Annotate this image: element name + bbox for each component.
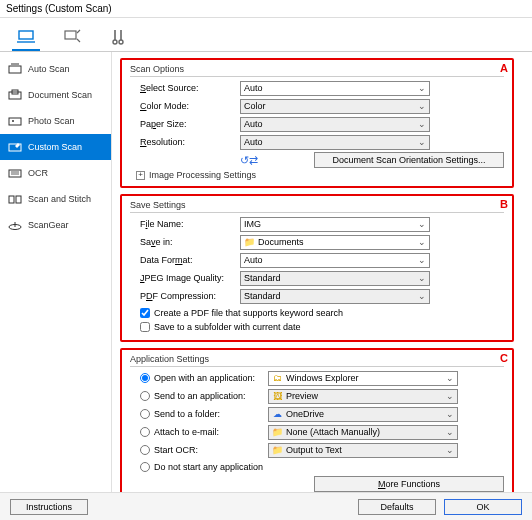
svg-rect-0: [19, 31, 33, 39]
plus-icon: +: [136, 171, 145, 180]
bottom-bar: Instructions Defaults OK: [0, 492, 532, 520]
chevron-down-icon: ⌄: [416, 254, 428, 267]
attach-email-radio[interactable]: Attach to e-mail:: [140, 425, 268, 439]
document-scan-icon: [8, 88, 22, 102]
custom-scan-icon: [8, 140, 22, 154]
send-to-app-radio[interactable]: Send to an application:: [140, 389, 268, 403]
paper-size-label: Paper Size:: [130, 119, 240, 129]
open-with-app-combo[interactable]: 🗂Windows Explorer⌄: [268, 371, 458, 386]
color-mode-label: Color Mode:: [130, 101, 240, 111]
keyword-pdf-input[interactable]: [140, 308, 150, 318]
keyword-pdf-checkbox[interactable]: Create a PDF file that supports keyword …: [140, 306, 504, 320]
send-to-folder-combo[interactable]: ☁OneDrive⌄: [268, 407, 458, 422]
window-title: Settings (Custom Scan): [6, 3, 112, 14]
more-functions-button[interactable]: More Functions: [314, 476, 504, 492]
sidebar-item-auto-scan[interactable]: Auto Scan: [0, 56, 111, 82]
folder-icon: 📁: [272, 427, 282, 437]
sidebar-item-label: Scan and Stitch: [28, 194, 91, 204]
chevron-down-icon: ⌄: [416, 218, 428, 231]
application-settings-title: Application Settings: [130, 354, 504, 367]
chevron-down-icon: ⌄: [444, 426, 456, 439]
color-mode-combo[interactable]: Color⌄: [240, 99, 430, 114]
sidebar-item-custom-scan[interactable]: Custom Scan: [0, 134, 111, 160]
sidebar-item-scangear[interactable]: ScanGear: [0, 212, 111, 238]
subfolder-checkbox[interactable]: Save to a subfolder with current date: [140, 320, 504, 334]
chevron-down-icon: ⌄: [416, 290, 428, 303]
start-ocr-radio[interactable]: Start OCR:: [140, 443, 268, 457]
sidebar-item-label: OCR: [28, 168, 48, 178]
attach-email-combo[interactable]: 📁None (Attach Manually)⌄: [268, 425, 458, 440]
svg-rect-11: [9, 196, 14, 203]
folder-icon: 📁: [244, 237, 254, 247]
tab-scan-from-panel[interactable]: [58, 25, 86, 51]
orientation-settings-button[interactable]: Document Scan Orientation Settings...: [314, 152, 504, 168]
sidebar-item-label: Document Scan: [28, 90, 92, 100]
instructions-button[interactable]: Instructions: [10, 499, 88, 515]
svg-rect-12: [16, 196, 21, 203]
svg-rect-7: [9, 118, 21, 125]
auto-scan-icon: [8, 62, 22, 76]
svg-rect-1: [65, 31, 76, 39]
tab-scan-from-computer[interactable]: [12, 25, 40, 51]
stitch-icon: [8, 192, 22, 206]
section-tag-a: A: [500, 62, 508, 74]
save-in-combo[interactable]: 📁Documents⌄: [240, 235, 430, 250]
svg-point-2: [113, 40, 117, 44]
section-save-settings: B Save Settings File Name: IMG⌄ Save in:…: [120, 194, 514, 342]
ocr-icon: [8, 166, 22, 180]
chevron-down-icon: ⌄: [416, 118, 428, 131]
sidebar-item-document-scan[interactable]: Document Scan: [0, 82, 111, 108]
chevron-down-icon: ⌄: [416, 82, 428, 95]
pdf-compression-combo[interactable]: Standard⌄: [240, 289, 430, 304]
svg-rect-5: [9, 92, 21, 99]
sidebar-item-label: Photo Scan: [28, 116, 75, 126]
select-source-label: Select Source:: [130, 83, 240, 93]
sidebar-item-photo-scan[interactable]: Photo Scan: [0, 108, 111, 134]
image-processing-expander[interactable]: + Image Processing Settings: [136, 170, 504, 180]
select-source-combo[interactable]: Auto⌄: [240, 81, 430, 96]
chevron-down-icon: ⌄: [416, 100, 428, 113]
sidebar-item-label: ScanGear: [28, 220, 69, 230]
preview-icon: 🖼: [272, 391, 282, 401]
do-not-start-radio[interactable]: Do not start any application: [140, 460, 504, 474]
chevron-down-icon: ⌄: [444, 372, 456, 385]
sidebar: Auto Scan Document Scan Photo Scan Custo…: [0, 52, 112, 492]
resolution-combo[interactable]: Auto⌄: [240, 135, 430, 150]
section-tag-b: B: [500, 198, 508, 210]
paper-size-combo[interactable]: Auto⌄: [240, 117, 430, 132]
refresh-icon[interactable]: ↺⇄: [240, 154, 258, 167]
chevron-down-icon: ⌄: [416, 236, 428, 249]
window-titlebar: Settings (Custom Scan): [0, 0, 532, 18]
svg-rect-4: [9, 66, 21, 73]
section-tag-c: C: [500, 352, 508, 364]
send-to-folder-radio[interactable]: Send to a folder:: [140, 407, 268, 421]
data-format-label: Data Format:: [130, 255, 240, 265]
open-with-app-radio[interactable]: Open with an application:: [140, 371, 268, 385]
jpeg-quality-label: JPEG Image Quality:: [130, 273, 240, 283]
onedrive-icon: ☁: [272, 409, 282, 419]
sidebar-item-scan-and-stitch[interactable]: Scan and Stitch: [0, 186, 111, 212]
save-in-label: Save in:: [130, 237, 240, 247]
sidebar-item-ocr[interactable]: OCR: [0, 160, 111, 186]
photo-scan-icon: [8, 114, 22, 128]
file-name-combo[interactable]: IMG⌄: [240, 217, 430, 232]
save-settings-title: Save Settings: [130, 200, 504, 213]
file-name-label: File Name:: [130, 219, 240, 229]
send-to-app-combo[interactable]: 🖼Preview⌄: [268, 389, 458, 404]
start-ocr-combo[interactable]: 📁Output to Text⌄: [268, 443, 458, 458]
jpeg-quality-combo[interactable]: Standard⌄: [240, 271, 430, 286]
chevron-down-icon: ⌄: [444, 444, 456, 457]
defaults-button[interactable]: Defaults: [358, 499, 436, 515]
tab-preferences[interactable]: [104, 25, 132, 51]
ok-button[interactable]: OK: [444, 499, 522, 515]
scangear-icon: [8, 218, 22, 232]
svg-point-8: [12, 120, 14, 122]
section-scan-options: A Scan Options Select Source: Auto⌄ Colo…: [120, 58, 514, 188]
data-format-combo[interactable]: Auto⌄: [240, 253, 430, 268]
sidebar-item-label: Custom Scan: [28, 142, 82, 152]
chevron-down-icon: ⌄: [444, 390, 456, 403]
subfolder-input[interactable]: [140, 322, 150, 332]
chevron-down-icon: ⌄: [416, 136, 428, 149]
chevron-down-icon: ⌄: [416, 272, 428, 285]
resolution-label: Resolution:: [130, 137, 240, 147]
